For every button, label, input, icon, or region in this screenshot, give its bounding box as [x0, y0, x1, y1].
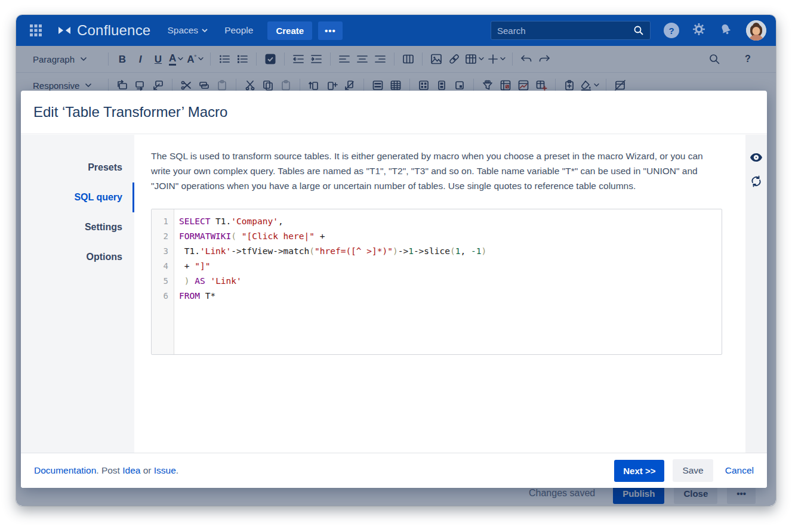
nav-people[interactable]: People	[216, 15, 261, 46]
eye-icon	[750, 153, 763, 162]
dialog-body: PresetsSQL querySettingsOptions The SQL …	[21, 135, 767, 453]
search-input[interactable]	[497, 26, 633, 36]
refresh-icon	[750, 175, 762, 187]
global-search[interactable]	[491, 21, 651, 40]
search-icon	[633, 25, 644, 36]
create-button[interactable]: Create	[267, 21, 312, 40]
chevron-down-icon	[202, 29, 208, 33]
idea-link[interactable]: Idea	[122, 465, 140, 475]
create-more-button[interactable]: •••	[318, 21, 343, 40]
dialog-content: The SQL is used to transform source tabl…	[134, 135, 743, 453]
issue-link[interactable]: Issue	[154, 465, 176, 475]
dialog-side-toolbar	[745, 135, 767, 453]
dialog-footer-links: Documentation. Post Idea or Issue.	[34, 465, 178, 476]
dialog-sidebar: PresetsSQL querySettingsOptions	[21, 135, 134, 453]
line-number: 3	[152, 244, 174, 259]
sql-description: The SQL is used to transform source tabl…	[151, 149, 703, 193]
notifications-bell-icon	[719, 23, 733, 36]
dialog-header: Edit ‘Table Transformer’ Macro	[21, 91, 767, 134]
line-number: 1	[152, 214, 174, 229]
code-line: FROM T*	[179, 289, 722, 304]
logo-text: Confluence	[77, 22, 150, 39]
line-number: 6	[152, 289, 174, 304]
save-button[interactable]: Save	[673, 459, 713, 482]
code-line: ) AS 'Link'	[179, 274, 722, 289]
nav-spaces[interactable]: Spaces	[159, 15, 216, 46]
confluence-logo[interactable]: Confluence	[57, 22, 150, 39]
line-number: 2	[152, 229, 174, 244]
line-number: 4	[152, 259, 174, 274]
confluence-navbar: Confluence Spaces People Create ••• ?	[16, 15, 776, 46]
browser-window: Confluence Spaces People Create ••• ?	[16, 15, 776, 506]
notifications-button[interactable]	[719, 23, 733, 38]
code-line: SELECT T1.'Company',	[179, 214, 722, 229]
app-switcher-button[interactable]	[26, 20, 46, 41]
code-line: FORMATWIKI( "[Click here|" +	[179, 229, 722, 244]
refresh-button[interactable]	[750, 175, 762, 190]
tab-settings[interactable]: Settings	[21, 212, 134, 242]
help-button[interactable]: ?	[664, 23, 679, 38]
confluence-mark-icon	[57, 24, 72, 37]
settings-button[interactable]	[692, 23, 705, 38]
sql-code-area[interactable]: SELECT T1.'Company',FORMATWIKI( "[Click …	[174, 209, 722, 354]
code-line: T1.'Link'->tfView->match("href=([^ >]*)"…	[179, 244, 722, 259]
dialog-footer: Documentation. Post Idea or Issue. Next …	[21, 453, 767, 488]
avatar-image	[746, 20, 766, 41]
tab-sql-query[interactable]: SQL query	[21, 183, 134, 212]
preview-button[interactable]	[750, 153, 763, 165]
tab-options[interactable]: Options	[21, 242, 134, 272]
documentation-link[interactable]: Documentation	[34, 465, 96, 475]
macro-dialog: Edit ‘Table Transformer’ Macro PresetsSQ…	[21, 91, 767, 488]
next-button[interactable]: Next >>	[614, 460, 664, 482]
tab-presets[interactable]: Presets	[21, 153, 134, 183]
line-number-gutter: 123456	[152, 209, 174, 354]
dialog-title: Edit ‘Table Transformer’ Macro	[33, 104, 227, 120]
gear-icon	[692, 23, 705, 36]
user-avatar[interactable]	[746, 20, 766, 41]
sql-code-editor[interactable]: 123456 SELECT T1.'Company',FORMATWIKI( "…	[151, 209, 722, 355]
help-icon: ?	[668, 26, 674, 36]
line-number: 5	[152, 274, 174, 289]
cancel-button[interactable]: Cancel	[725, 465, 754, 476]
code-line: + "]"	[179, 259, 722, 274]
app-switcher-grid-icon	[29, 24, 42, 37]
